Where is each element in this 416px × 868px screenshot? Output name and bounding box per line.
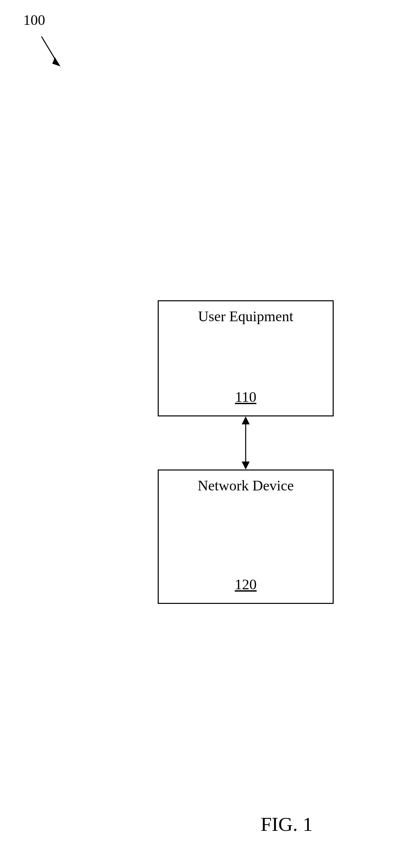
- user-equipment-box: User Equipment 110: [158, 300, 334, 416]
- svg-marker-4: [242, 416, 250, 424]
- network-device-title: Network Device: [159, 470, 333, 494]
- user-equipment-title: User Equipment: [159, 301, 333, 325]
- svg-line-0: [41, 36, 56, 61]
- reference-label-100: 100: [23, 11, 45, 29]
- network-device-number: 120: [159, 576, 333, 593]
- figure-caption: FIG. 1: [261, 813, 313, 836]
- svg-marker-5: [242, 462, 250, 469]
- bidirectional-arrow-icon: [239, 416, 252, 469]
- user-equipment-number: 110: [159, 389, 333, 405]
- network-device-box: Network Device 120: [158, 469, 334, 604]
- svg-marker-2: [53, 57, 60, 66]
- reference-arrow-icon: [36, 33, 66, 73]
